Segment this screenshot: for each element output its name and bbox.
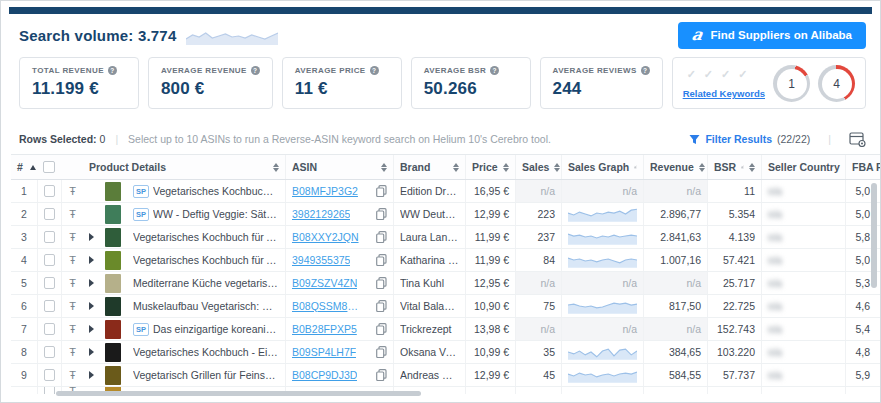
asin-link[interactable]: 3982129265 bbox=[292, 208, 350, 220]
row-checkbox[interactable] bbox=[37, 318, 61, 340]
copy-asin-button[interactable] bbox=[369, 180, 393, 202]
bsr-cell: 152.743 bbox=[707, 318, 761, 340]
sales-graph-cell[interactable]: n/a bbox=[561, 180, 643, 202]
asin-link[interactable]: B08MFJP3G2 bbox=[292, 185, 358, 197]
sales-graph-cell[interactable]: n/a bbox=[561, 272, 643, 294]
expand-toggle[interactable] bbox=[83, 226, 99, 248]
product-title[interactable]: SPWW - Deftig Veggie: Sättige... bbox=[127, 203, 285, 225]
pin-icon[interactable]: Ŧ bbox=[61, 364, 83, 386]
expand-toggle[interactable] bbox=[83, 295, 99, 317]
product-title[interactable]: Muskelaufbau Vegetarisch: Das K... bbox=[127, 295, 285, 317]
product-thumbnail[interactable] bbox=[99, 180, 127, 202]
help-icon[interactable]: ? bbox=[108, 66, 117, 75]
copy-asin-button[interactable] bbox=[369, 203, 393, 225]
product-thumbnail[interactable] bbox=[99, 272, 127, 294]
asin-link[interactable]: B0B28FPXP5 bbox=[292, 323, 357, 335]
expand-toggle[interactable] bbox=[83, 364, 99, 386]
expand-toggle[interactable] bbox=[83, 341, 99, 363]
sales-graph-cell[interactable] bbox=[561, 203, 643, 225]
product-title[interactable]: SPVegetarisches Kochbuch für ... bbox=[127, 180, 285, 202]
row-checkbox[interactable] bbox=[37, 249, 61, 271]
vertical-scrollbar[interactable] bbox=[871, 183, 877, 288]
product-thumbnail[interactable] bbox=[99, 318, 127, 340]
expand-toggle[interactable] bbox=[83, 180, 99, 202]
product-thumbnail[interactable] bbox=[99, 203, 127, 225]
product-thumbnail[interactable] bbox=[99, 364, 127, 386]
product-title[interactable]: Vegetarisch Grillen für Feinschme... bbox=[127, 364, 285, 386]
copy-asin-button[interactable] bbox=[369, 364, 393, 386]
pin-icon[interactable]: Ŧ bbox=[61, 272, 83, 294]
row-checkbox[interactable] bbox=[37, 226, 61, 248]
product-title[interactable]: Vegetarisches Kochbuch für Anfä... bbox=[127, 249, 285, 271]
copy-asin-button[interactable] bbox=[369, 341, 393, 363]
pin-icon[interactable]: Ŧ bbox=[61, 203, 83, 225]
product-thumbnail[interactable] bbox=[99, 341, 127, 363]
col-fba-fees[interactable]: FBA Fees bbox=[845, 155, 880, 179]
asin-link[interactable]: B08CP9DJ3D bbox=[292, 369, 357, 381]
sales-graph-cell[interactable] bbox=[561, 295, 643, 317]
product-thumbnail[interactable] bbox=[99, 249, 127, 271]
pin-icon[interactable]: Ŧ bbox=[61, 180, 83, 202]
row-number: 9 bbox=[11, 364, 37, 386]
col-seller-country[interactable]: Seller Country bbox=[761, 155, 845, 179]
expand-toggle[interactable] bbox=[83, 249, 99, 271]
asin-link[interactable]: 3949355375 bbox=[292, 254, 350, 266]
sales-graph-cell[interactable] bbox=[561, 249, 643, 271]
row-checkbox[interactable] bbox=[37, 272, 61, 294]
expand-toggle[interactable] bbox=[83, 318, 99, 340]
product-title[interactable]: Vegetarisches Kochbuch - Einfac... bbox=[127, 341, 285, 363]
copy-asin-button[interactable] bbox=[369, 318, 393, 340]
copy-asin-button[interactable] bbox=[369, 272, 393, 294]
sales-graph-cell[interactable] bbox=[561, 364, 643, 386]
sponsored-badge: SP bbox=[133, 185, 149, 198]
copy-asin-button[interactable] bbox=[369, 295, 393, 317]
col-brand[interactable]: Brand bbox=[393, 155, 465, 179]
col-asin[interactable]: ASIN bbox=[285, 155, 393, 179]
col-sales-graph[interactable]: Sales Graph bbox=[561, 155, 643, 179]
product-title[interactable]: Vegetarisches Kochbuch für Anfä... bbox=[127, 226, 285, 248]
find-suppliers-alibaba-button[interactable]: a Find Suppliers on Alibaba bbox=[678, 22, 866, 49]
product-thumbnail[interactable] bbox=[99, 295, 127, 317]
asin-cell: 3982129265 bbox=[285, 203, 369, 225]
select-all-checkbox[interactable] bbox=[37, 155, 61, 179]
expand-toggle[interactable] bbox=[83, 203, 99, 225]
sales-graph-cell[interactable] bbox=[561, 341, 643, 363]
expand-toggle[interactable] bbox=[83, 272, 99, 294]
asin-link[interactable]: B08QSSM8WW bbox=[292, 300, 363, 312]
pin-icon[interactable]: Ŧ bbox=[61, 318, 83, 340]
row-checkbox[interactable] bbox=[37, 180, 61, 202]
filter-results-button[interactable]: Filter Results (22/22) bbox=[689, 133, 810, 145]
help-icon[interactable]: ? bbox=[641, 66, 650, 75]
row-checkbox[interactable] bbox=[37, 341, 61, 363]
horizontal-scrollbar[interactable] bbox=[56, 391, 421, 396]
table-settings-button[interactable] bbox=[849, 132, 866, 147]
help-icon[interactable]: ? bbox=[370, 66, 379, 75]
product-title[interactable]: Mediterrane Küche vegetarisch & ... bbox=[127, 272, 285, 294]
related-keywords-link[interactable]: Related Keywords bbox=[683, 88, 765, 99]
copy-asin-button[interactable] bbox=[369, 226, 393, 248]
col-revenue[interactable]: Revenue bbox=[643, 155, 707, 179]
pin-icon[interactable]: Ŧ bbox=[61, 341, 83, 363]
pin-icon[interactable]: Ŧ bbox=[61, 295, 83, 317]
help-icon[interactable]: ? bbox=[490, 66, 499, 75]
pin-icon[interactable]: Ŧ bbox=[61, 249, 83, 271]
product-title[interactable]: SPDas einzigartige koreanische ... bbox=[127, 318, 285, 340]
pin-icon[interactable]: Ŧ bbox=[61, 226, 83, 248]
col-product-details[interactable]: Product Details bbox=[83, 155, 285, 179]
col-sales[interactable]: Sales bbox=[515, 155, 561, 179]
col-number[interactable]: # bbox=[11, 155, 37, 179]
product-thumbnail[interactable] bbox=[99, 226, 127, 248]
bsr-cell: 11 bbox=[707, 180, 761, 202]
asin-link[interactable]: B09ZSZV4ZN bbox=[292, 277, 357, 289]
sales-graph-cell[interactable]: n/a bbox=[561, 318, 643, 340]
row-checkbox[interactable] bbox=[37, 364, 61, 386]
row-checkbox[interactable] bbox=[37, 295, 61, 317]
row-checkbox[interactable] bbox=[37, 203, 61, 225]
copy-asin-button[interactable] bbox=[369, 249, 393, 271]
col-bsr[interactable]: BSR bbox=[707, 155, 761, 179]
help-icon[interactable]: ? bbox=[251, 66, 260, 75]
asin-link[interactable]: B08XXY2JQN bbox=[292, 231, 359, 243]
asin-link[interactable]: B09SP4LH7F bbox=[292, 346, 356, 358]
sales-graph-cell[interactable] bbox=[561, 226, 643, 248]
col-price[interactable]: Price bbox=[465, 155, 515, 179]
